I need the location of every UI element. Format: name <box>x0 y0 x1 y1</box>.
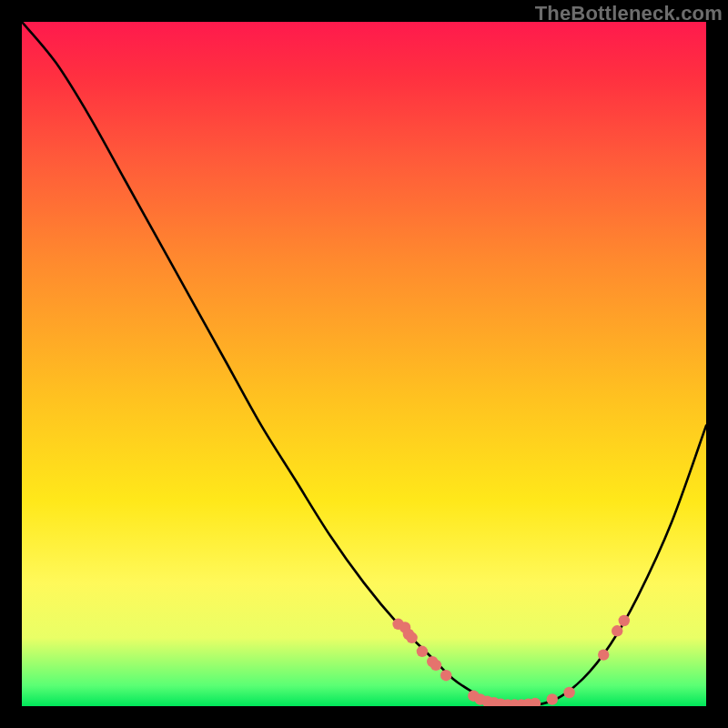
chart-stage: TheBottleneck.com <box>0 0 728 728</box>
data-marker <box>392 619 403 630</box>
data-marker <box>430 660 441 671</box>
data-marker <box>530 698 541 706</box>
data-marker <box>427 656 438 667</box>
watermark-text: TheBottleneck.com <box>535 2 723 25</box>
curve-group <box>22 22 706 706</box>
data-marker <box>516 699 527 706</box>
data-marker <box>612 625 622 636</box>
data-marker <box>489 697 500 706</box>
curve-layer <box>22 22 706 706</box>
data-marker <box>440 670 451 681</box>
data-marker <box>509 699 520 706</box>
data-marker <box>399 622 410 632</box>
plot-area <box>22 22 706 706</box>
data-marker <box>403 629 414 640</box>
data-marker <box>563 687 574 698</box>
data-marker <box>619 615 630 626</box>
marker-group <box>392 615 630 706</box>
data-marker <box>481 696 492 707</box>
data-marker <box>468 691 479 702</box>
bottleneck-curve <box>22 22 706 706</box>
data-marker <box>475 693 486 704</box>
data-marker <box>547 693 558 704</box>
data-marker <box>522 699 533 707</box>
data-marker <box>406 632 417 643</box>
data-marker <box>502 699 513 706</box>
data-marker <box>495 699 506 707</box>
data-marker <box>598 649 609 660</box>
data-marker <box>417 646 428 657</box>
